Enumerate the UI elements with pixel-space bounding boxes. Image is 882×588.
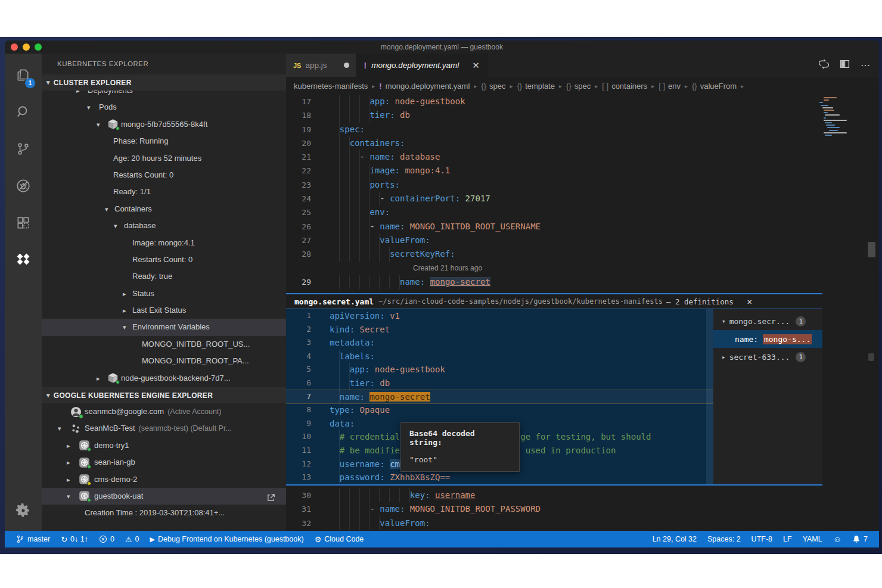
status-item-utf-8[interactable]: UTF-8 — [746, 535, 778, 543]
peek-close-icon[interactable]: ✕ — [747, 297, 752, 306]
tree-row[interactable]: ▸node-guestbook-backend-7d7... — [42, 370, 286, 387]
tree-row[interactable]: Restarts Count: 0 — [42, 251, 286, 268]
chevron-right-icon: ▸ — [97, 370, 100, 387]
status-item-smiley[interactable]: ☺ — [828, 534, 847, 544]
tree-row[interactable]: Creation Time : 2019-03-30T21:08:41+... — [42, 505, 286, 521]
peek-result-row[interactable]: ▸secret-633...1 — [713, 348, 822, 366]
modified-dot-icon[interactable] — [344, 63, 349, 68]
status-item-cloud-code[interactable]: ⚙Cloud Code — [309, 535, 369, 544]
code-line-22[interactable]: 22image: mongo:4.1 — [286, 164, 879, 178]
code-line-6[interactable]: 6tier: db — [286, 377, 713, 390]
tree-row[interactable]: ▸cms-demo-2 — [42, 471, 286, 488]
split-editor-icon[interactable] — [840, 59, 850, 71]
breadcrumb-item[interactable]: kubernetes-manifests — [294, 82, 368, 91]
peek-header[interactable]: mongo.secret.yaml ~/src/ian-cloud-code-s… — [286, 293, 822, 309]
tree-row[interactable]: ▾database — [42, 217, 286, 234]
search-icon[interactable] — [9, 97, 38, 127]
code-line-26[interactable]: 26- name: MONGO_INITDB_ROOT_USERNAME — [286, 220, 879, 234]
tree-row[interactable]: Restarts Count: 0 — [42, 167, 286, 183]
minimap[interactable] — [818, 97, 856, 148]
editor-scrollbar[interactable] — [868, 242, 875, 257]
editor-scrollbar-handle-2[interactable] — [868, 353, 874, 361]
code-line-1[interactable]: 1apiVersion: v1 — [286, 309, 713, 323]
tree-row[interactable]: ▾SeanMcB-Test(seanmcb-test) (Default Pr.… — [42, 420, 286, 437]
status-item-spaces-2[interactable]: Spaces: 2 — [702, 535, 746, 543]
close-tab-icon[interactable]: ✕ — [472, 60, 480, 71]
status-item-master[interactable]: master — [11, 535, 55, 543]
source-control-icon[interactable] — [9, 133, 38, 164]
tree-row[interactable]: ▾Pods — [42, 99, 286, 116]
code-editor[interactable]: 17app: node-guestbook18tier: db19spec:20… — [286, 95, 879, 531]
tree-row[interactable]: ▾Containers — [42, 201, 286, 217]
breadcrumb-item[interactable]: [ ]env — [659, 82, 681, 91]
tab-mongo-deployment-yaml[interactable]: !mongo.deployment.yaml✕ — [357, 54, 487, 77]
code-line-2[interactable]: 2kind: Secret — [286, 323, 713, 337]
status-item-ln-29-col-32[interactable]: Ln 29, Col 32 — [647, 535, 702, 543]
code-line-27[interactable]: 27valueFrom: — [286, 234, 879, 247]
status-item-0-1-[interactable]: ↻0↓ 1↑ — [55, 535, 94, 544]
code-line-4[interactable]: 4labels: — [286, 350, 713, 363]
debug-disabled-icon[interactable] — [9, 170, 38, 201]
breadcrumb-item[interactable]: {}valueFrom — [692, 82, 737, 91]
code-line-19[interactable]: 19spec: — [286, 123, 879, 136]
tree-row[interactable]: ▸Deployments — [42, 91, 286, 99]
cloud-code-kubernetes-icon[interactable] — [9, 244, 38, 275]
open-changes-icon[interactable] — [819, 59, 829, 71]
status-dot — [116, 380, 120, 384]
tree-row[interactable]: ▸Last Exit Status — [42, 302, 286, 319]
code-line-28[interactable]: 28secretKeyRef: — [286, 247, 879, 261]
tree-row[interactable]: Ready: 1/1 — [42, 183, 286, 200]
gke-explorer-section-header[interactable]: ▾ GOOGLE KUBERNETES ENGINE EXPLORER — [42, 387, 286, 403]
breadcrumb-item[interactable]: [ ]containers — [602, 82, 647, 91]
peek-scrollbar[interactable] — [706, 309, 713, 484]
tree-row[interactable]: Phase: Running — [42, 133, 286, 150]
tree-row[interactable]: MONGO_INITDB_ROOT_PA... — [42, 353, 286, 369]
peek-result-row[interactable]: ▾mongo.secr...1 — [713, 312, 822, 330]
code-line-8[interactable]: 8type: Opaque — [286, 403, 713, 417]
breadcrumb-item[interactable]: {}spec — [566, 82, 591, 91]
tree-row[interactable]: ▾Environment Variables — [42, 319, 286, 335]
codelens-created[interactable]: Created 21 hours ago — [286, 262, 879, 275]
code-line-21[interactable]: 21- name: database — [286, 150, 879, 164]
tree-row[interactable]: ▾guestbook-uat — [42, 488, 286, 505]
code-line-20[interactable]: 20containers: — [286, 136, 879, 150]
code-line-25[interactable]: 25env: — [286, 206, 879, 219]
breadcrumb-item[interactable]: {}template — [517, 82, 555, 91]
peek-result-row[interactable]: name: mongo-s... — [713, 330, 822, 348]
more-actions-icon[interactable]: ⋯ — [861, 60, 871, 71]
code-line-3[interactable]: 3metadata: — [286, 336, 713, 350]
tree-row[interactable]: ▾mongo-5fb7d55565-8k4ft — [42, 116, 286, 133]
tab-app-js[interactable]: JSapp.js — [286, 54, 357, 77]
tree-row[interactable]: ▸Status — [42, 285, 286, 302]
settings-gear-icon[interactable] — [9, 495, 38, 526]
status-item-yaml[interactable]: YAML — [797, 535, 828, 543]
breadcrumb-item[interactable]: {}spec — [481, 82, 505, 91]
tree-row[interactable]: Image: mongo:4.1 — [42, 235, 286, 251]
code-line-5[interactable]: 5app: node-guestbook — [286, 363, 713, 377]
tree-row[interactable]: Age: 20 hours 52 minutes — [42, 150, 286, 167]
code-line-7[interactable]: 7name: mongo-secret — [286, 390, 713, 404]
status-item-lf[interactable]: LF — [778, 535, 797, 543]
code-line-32[interactable]: 32valueFrom: — [286, 517, 879, 530]
extensions-icon[interactable] — [9, 207, 38, 238]
tree-row[interactable]: MONGO_INITDB_ROOT_US... — [42, 336, 286, 353]
code-line-30[interactable]: 30key: username — [286, 489, 879, 502]
code-line-31[interactable]: 31- name: MONGO_INITDB_ROOT_PASSWORD — [286, 502, 879, 516]
cluster-explorer-section-header[interactable]: ▾ CLUSTER EXPLORER — [42, 74, 286, 91]
code-line-29[interactable]: 29name: mongo-secret — [286, 275, 879, 289]
tree-row[interactable]: ▸sean-ian-gb — [42, 454, 286, 471]
tree-row[interactable]: Ready: true — [42, 268, 286, 285]
code-line-18[interactable]: 18tier: db — [286, 108, 879, 122]
code-line-24[interactable]: 24- containerPort: 27017 — [286, 192, 879, 206]
status-item-7[interactable]: 7 — [847, 535, 873, 543]
code-line-13[interactable]: 13password: ZXhhbXBsZQ== — [286, 471, 713, 484]
code-line-23[interactable]: 23ports: — [286, 178, 879, 192]
tree-row[interactable]: seanmcb@google.com(Active Account) — [42, 403, 286, 420]
status-item-0[interactable]: ⚠0 — [120, 535, 145, 544]
status-item-debug-frontend-on-kubernetes-guestbook-[interactable]: ▶Debug Frontend on Kubernetes (guestbook… — [145, 535, 309, 543]
breadcrumb-item[interactable]: !mongo.deployment.yaml — [379, 82, 470, 91]
explorer-icon[interactable]: 1 — [9, 60, 38, 91]
tree-row[interactable]: ▸demo-try1 — [42, 437, 286, 454]
code-line-17[interactable]: 17app: node-guestbook — [286, 95, 879, 108]
status-item-0[interactable]: 0 — [94, 535, 120, 543]
